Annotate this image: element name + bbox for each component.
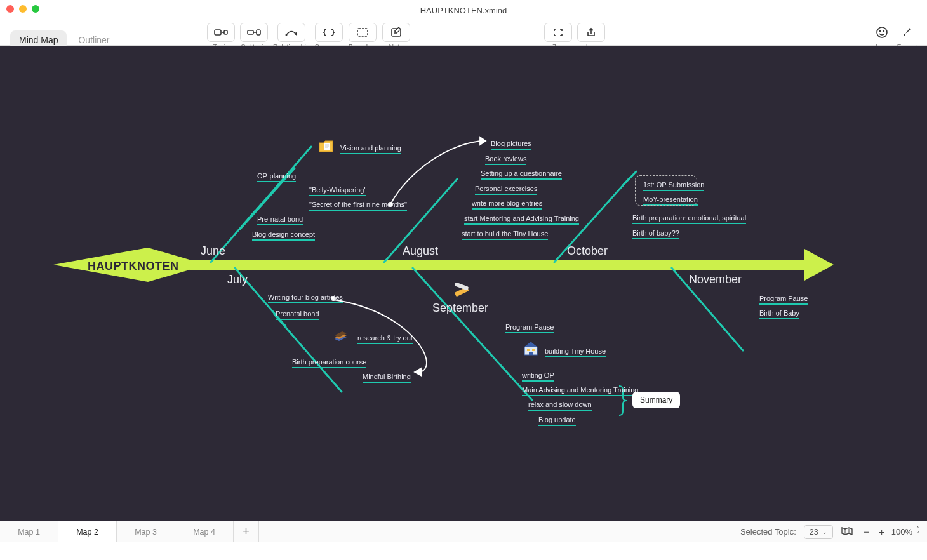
- spine: [190, 260, 804, 270]
- month-november[interactable]: November: [689, 273, 742, 286]
- sheet-bar: Map 1 Map 2 Map 3 Map 4 + Selected Topic…: [0, 521, 927, 542]
- note-icon: [390, 27, 402, 37]
- mindmap-canvas[interactable]: HAUPTKNOTEN June July August September O…: [0, 46, 927, 521]
- month-june[interactable]: June: [201, 244, 225, 258]
- boundary-october[interactable]: [635, 175, 697, 206]
- map-overview-button[interactable]: [841, 526, 853, 538]
- zoom-controls: − + 100% ˄˅: [861, 526, 919, 537]
- summary-icon: [323, 27, 335, 37]
- svg-rect-1: [224, 30, 227, 34]
- svg-rect-18: [532, 349, 535, 351]
- leaf-personal-ex[interactable]: Personal excercises: [475, 185, 537, 192]
- svg-rect-17: [527, 349, 530, 351]
- summary-bubble[interactable]: Summary: [632, 392, 680, 408]
- relationship-icon: [284, 27, 298, 37]
- leaf-sept-pause[interactable]: Program Pause: [505, 323, 554, 331]
- title-bar: HAUPTKNOTEN.xmind: [0, 0, 927, 6]
- leaf-prenatal-bond[interactable]: Pre-natal bond: [257, 215, 303, 223]
- smiley-icon: [876, 26, 888, 39]
- leaf-vision[interactable]: Vision and planning: [340, 144, 401, 152]
- leaf-belly[interactable]: "Belly-Whispering": [309, 186, 366, 194]
- svg-point-4: [285, 34, 287, 36]
- svg-rect-3: [257, 30, 260, 35]
- chevron-down-icon: ⌄: [822, 529, 827, 535]
- sheet-map-3[interactable]: Map 3: [117, 521, 175, 542]
- leaf-blog-update[interactable]: Blog update: [538, 416, 576, 423]
- spine-tail: [804, 249, 834, 281]
- leaf-birth-baby[interactable]: Birth of Baby: [759, 309, 799, 317]
- ruler-pencil-icon: [451, 281, 470, 300]
- month-september[interactable]: September: [432, 302, 488, 315]
- boundary-icon: [356, 27, 369, 37]
- leaf-blog-design[interactable]: Blog design concept: [252, 230, 315, 238]
- svg-marker-10: [480, 137, 486, 145]
- fullscreen-icon: [552, 27, 564, 37]
- leaf-build-tiny[interactable]: building Tiny House: [545, 347, 606, 355]
- sheet-map-1[interactable]: Map 1: [0, 521, 58, 542]
- house-icon: [522, 339, 540, 359]
- topic-icon: [214, 27, 228, 37]
- topic-count-dropdown[interactable]: 23 ⌄: [804, 525, 833, 539]
- svg-rect-16: [455, 282, 469, 290]
- add-sheet-button[interactable]: +: [234, 521, 259, 542]
- leaf-op-planning[interactable]: OP-planning: [257, 172, 296, 180]
- svg-rect-2: [248, 30, 253, 34]
- folder-icon: [318, 138, 335, 156]
- sheet-map-2[interactable]: Map 2: [58, 521, 117, 542]
- books-icon: [333, 328, 349, 345]
- map-icon: [841, 526, 853, 536]
- selected-topic-label: Selected Topic:: [740, 527, 796, 537]
- leaf-mindful[interactable]: Mindful Birthing: [363, 373, 411, 380]
- leaf-mentoring-main[interactable]: Main Advising and Mentoring Training: [522, 386, 638, 394]
- leaf-mentoring[interactable]: start Mentoring and Advising Training: [464, 215, 579, 222]
- leaf-tiny-house[interactable]: start to build the Tiny House: [462, 230, 548, 237]
- leaf-research[interactable]: research & try out: [357, 334, 413, 342]
- svg-point-8: [879, 30, 881, 32]
- leaf-nov-pause[interactable]: Program Pause: [759, 295, 808, 302]
- share-icon: [585, 27, 597, 37]
- status-bar-right: Selected Topic: 23 ⌄ − + 100% ˄˅: [740, 521, 919, 542]
- zoom-out-button[interactable]: −: [861, 526, 872, 537]
- svg-point-7: [877, 27, 887, 37]
- zoom-in-button[interactable]: +: [876, 526, 888, 537]
- zoom-stepper[interactable]: ˄˅: [916, 527, 919, 537]
- month-august[interactable]: August: [403, 244, 438, 258]
- svg-rect-19: [529, 352, 533, 355]
- leaf-book-rev[interactable]: Book reviews: [485, 155, 526, 163]
- month-october[interactable]: October: [567, 244, 608, 258]
- leaf-birth-course[interactable]: Birth preparation course: [292, 358, 366, 366]
- svg-marker-12: [415, 368, 422, 376]
- svg-rect-5: [357, 29, 368, 36]
- leaf-writing-op[interactable]: writing OP: [522, 371, 554, 379]
- svg-rect-14: [324, 143, 330, 150]
- leaf-relax[interactable]: relax and slow down: [528, 401, 592, 408]
- leaf-blog-pics[interactable]: Blog pictures: [491, 140, 531, 147]
- leaf-questionnaire[interactable]: Setting up a questionnaire: [481, 170, 562, 177]
- zoom-value: 100%: [891, 527, 912, 537]
- svg-point-9: [883, 30, 884, 32]
- month-july[interactable]: July: [227, 273, 248, 286]
- main-toolbar: Mind Map Outliner Topic Subtopic Relatio…: [0, 6, 927, 46]
- leaf-prenatal2[interactable]: Prenatal bond: [276, 310, 319, 317]
- leaf-birth-prep[interactable]: Birth preparation: emotional, spiritual: [632, 214, 746, 222]
- svg-rect-0: [215, 30, 221, 35]
- sheet-map-4[interactable]: Map 4: [175, 521, 234, 542]
- leaf-write-more[interactable]: write more blog entries: [472, 199, 542, 207]
- leaf-writing-four[interactable]: Writing four blog articles: [268, 293, 343, 301]
- leaf-birth-baby-q[interactable]: Birth of baby??: [632, 229, 679, 237]
- root-topic[interactable]: HAUPTKNOTEN: [88, 260, 179, 273]
- paintbrush-icon: [901, 26, 914, 39]
- leaf-secret[interactable]: "Secret of the first nine months": [309, 201, 407, 208]
- subtopic-icon: [247, 27, 261, 37]
